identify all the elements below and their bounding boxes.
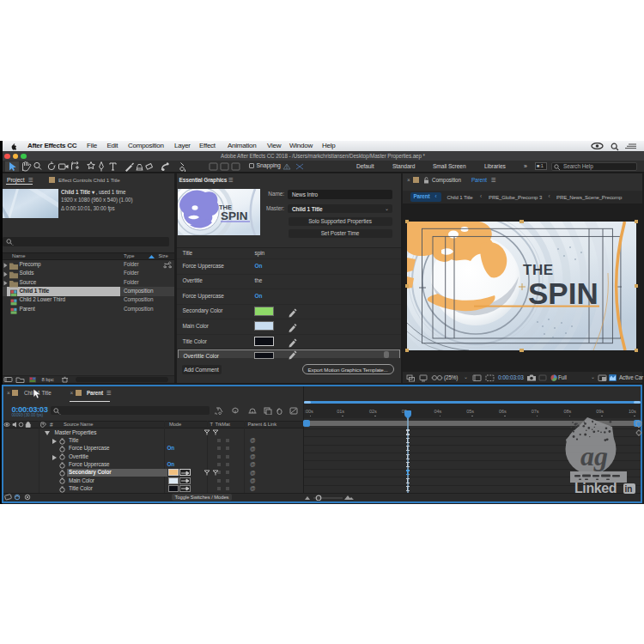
svg-text:SPIN: SPIN: [221, 210, 248, 222]
svg-text:ag: ag: [580, 440, 608, 471]
svg-text:SPIN: SPIN: [528, 276, 598, 310]
svg-text:#: #: [50, 422, 53, 428]
